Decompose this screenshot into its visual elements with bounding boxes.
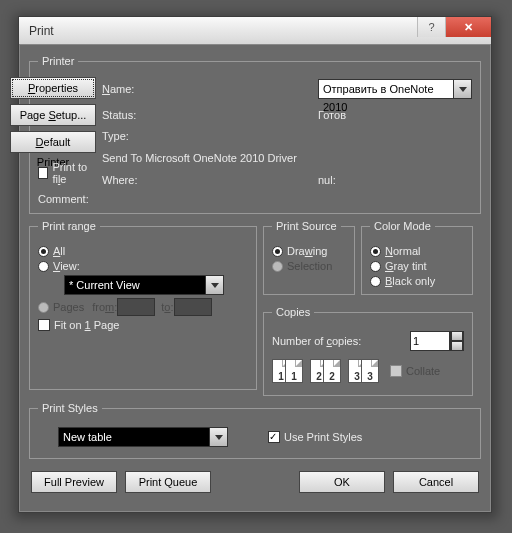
fit-on-page-checkbox[interactable]: Fit on 1 Page xyxy=(38,319,248,331)
styles-legend: Print Styles xyxy=(38,402,102,414)
to-input xyxy=(174,298,212,316)
printer-legend: Printer xyxy=(38,55,78,67)
page-icon: 1 xyxy=(285,359,303,383)
color-gray-radio[interactable]: Gray tint xyxy=(370,260,464,272)
cancel-button[interactable]: Cancel xyxy=(393,471,479,493)
status-value: Готов xyxy=(318,109,472,121)
styles-combo[interactable]: New table xyxy=(58,427,228,447)
print-styles-group: Print Styles New table Use Print Styles xyxy=(29,402,481,459)
chevron-down-icon[interactable] xyxy=(454,79,472,99)
window-title: Print xyxy=(19,24,54,38)
help-button[interactable]: ? xyxy=(417,17,445,37)
print-queue-button[interactable]: Print Queue xyxy=(125,471,211,493)
range-view-radio[interactable]: View: xyxy=(38,260,248,272)
chevron-down-icon[interactable] xyxy=(210,427,228,447)
print-source-group: Print Source Drawing Selection xyxy=(263,220,355,295)
spin-up-icon[interactable] xyxy=(450,331,464,341)
print-dialog: Print ? ✕ Printer Name: Отправить в OneN… xyxy=(18,16,492,513)
copies-spinner[interactable] xyxy=(410,331,464,351)
close-button[interactable]: ✕ xyxy=(445,17,491,37)
copies-legend: Copies xyxy=(272,306,314,318)
print-range-group: Print range All View: * Current View Pag… xyxy=(29,220,257,390)
close-icon: ✕ xyxy=(464,21,473,34)
color-normal-radio[interactable]: Normal xyxy=(370,245,464,257)
comment-label: Comment: xyxy=(38,193,96,205)
where-value: nul: xyxy=(318,174,472,186)
status-label: Status: xyxy=(102,109,312,121)
from-input xyxy=(117,298,155,316)
titlebar[interactable]: Print ? ✕ xyxy=(19,17,491,45)
source-legend: Print Source xyxy=(272,220,341,232)
copies-group: Copies Number of copies: 1 1 2 2 3 xyxy=(263,306,473,396)
source-drawing-radio[interactable]: Drawing xyxy=(272,245,346,257)
ok-button[interactable]: OK xyxy=(299,471,385,493)
color-black-radio[interactable]: Black only xyxy=(370,275,464,287)
name-label: Name: xyxy=(102,83,312,95)
chevron-down-icon[interactable] xyxy=(206,275,224,295)
color-legend: Color Mode xyxy=(370,220,435,232)
spin-down-icon[interactable] xyxy=(450,341,464,351)
range-all-radio[interactable]: All xyxy=(38,245,248,257)
where-label: Where: xyxy=(102,174,312,186)
view-combo[interactable]: * Current View xyxy=(64,275,224,295)
range-pages-radio: Pages from: to: xyxy=(38,298,248,316)
type-value: Send To Microsoft OneNote 2010 Driver xyxy=(102,152,472,164)
default-printer-button[interactable]: Default Printer xyxy=(10,131,96,153)
use-print-styles-checkbox[interactable]: Use Print Styles xyxy=(268,431,362,443)
full-preview-button[interactable]: Full Preview xyxy=(31,471,117,493)
source-selection-radio: Selection xyxy=(272,260,346,272)
printer-group: Printer Name: Отправить в OneNote 2010 P… xyxy=(29,55,481,214)
color-mode-group: Color Mode Normal Gray tint Black only xyxy=(361,220,473,295)
page-icon: 2 xyxy=(323,359,341,383)
print-to-file-checkbox[interactable]: Print to file xyxy=(38,161,96,185)
page-icon: 3 xyxy=(361,359,379,383)
range-legend: Print range xyxy=(38,220,100,232)
printer-name-combo[interactable]: Отправить в OneNote 2010 xyxy=(318,79,472,99)
collate-checkbox: Collate xyxy=(390,365,440,377)
type-label: Type: xyxy=(102,130,312,142)
page-setup-button[interactable]: Page Setup... xyxy=(10,104,96,126)
properties-button[interactable]: Properties xyxy=(10,77,96,99)
